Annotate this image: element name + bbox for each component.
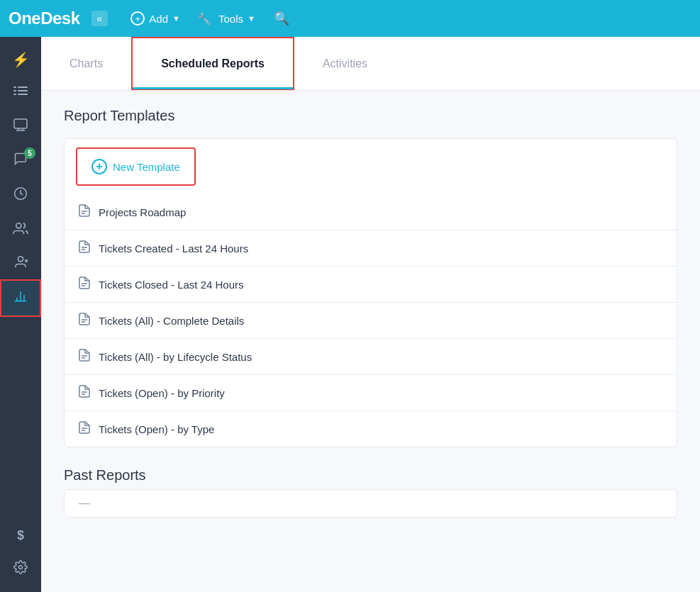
sidebar-item-settings[interactable] — [0, 552, 41, 586]
users-cog-icon — [13, 221, 28, 238]
svg-rect-1 — [18, 86, 28, 88]
new-template-label: New Template — [113, 161, 180, 173]
user-group-icon — [13, 255, 28, 271]
sidebar-item-users[interactable] — [0, 246, 41, 279]
new-template-button[interactable]: + New Template — [76, 147, 196, 186]
tools-wrench-icon: 🔧 — [197, 12, 211, 26]
sidebar-item-quick-actions[interactable]: ⚡ — [0, 43, 41, 77]
dollar-icon: $ — [17, 528, 24, 543]
document-icon — [79, 204, 90, 220]
clock-icon — [13, 186, 28, 204]
sidebar-item-finance[interactable]: $ — [0, 520, 41, 552]
add-label: Add — [149, 13, 168, 25]
svg-rect-5 — [18, 94, 28, 95]
top-navbar: OneDesk « + Add ▼ 🔧 Tools ▼ 🔍 — [0, 0, 700, 37]
sidebar-item-tasks-list[interactable] — [0, 77, 41, 110]
sidebar-item-dashboard[interactable] — [0, 110, 41, 143]
sidebar-item-messages[interactable]: 5 — [0, 143, 41, 178]
document-icon — [79, 313, 90, 328]
document-icon — [79, 349, 90, 364]
past-reports-title: Past Reports — [64, 467, 677, 484]
template-item-name: Tickets Created - Last 24 Hours — [99, 242, 248, 255]
tab-scheduled-reports-label: Scheduled Reports — [161, 57, 265, 70]
template-item-name: Projects Roadmap — [99, 206, 186, 218]
collapse-button[interactable]: « — [91, 11, 109, 26]
template-item[interactable]: Tickets Created - Last 24 Hours — [65, 230, 677, 267]
document-icon — [79, 240, 90, 256]
template-item-name: Tickets Closed - Last 24 Hours — [99, 279, 244, 291]
main-container: ⚡ — [0, 37, 700, 592]
template-item-name: Tickets (All) - by Lifecycle Status — [99, 351, 252, 363]
template-item[interactable]: Tickets (Open) - by Priority — [65, 375, 677, 411]
document-icon — [79, 385, 90, 401]
tabs-bar: Charts Scheduled Reports Activities — [41, 37, 700, 91]
report-templates-title: Report Templates — [64, 108, 677, 124]
add-chevron-icon: ▼ — [172, 14, 180, 23]
svg-point-19 — [19, 566, 23, 569]
template-item[interactable]: Tickets (All) - by Lifecycle Status — [65, 339, 677, 375]
template-item[interactable]: Projects Roadmap — [65, 194, 677, 230]
template-list: Projects Roadmap Tickets Created - Last … — [65, 194, 677, 447]
bar-chart-icon — [13, 289, 28, 307]
tab-activities[interactable]: Activities — [294, 37, 396, 90]
main-content: Report Templates + New Template Projects… — [41, 91, 700, 592]
content-area: Charts Scheduled Reports Activities Repo… — [41, 37, 700, 592]
tools-chevron-icon: ▼ — [248, 14, 255, 23]
search-icon[interactable]: 🔍 — [270, 6, 294, 30]
svg-rect-6 — [14, 119, 27, 128]
template-item-name: Tickets (Open) - by Type — [99, 423, 214, 435]
lightning-icon: ⚡ — [12, 51, 30, 68]
monitor-icon — [13, 118, 28, 135]
template-item-name: Tickets (All) - Complete Details — [99, 315, 244, 327]
svg-rect-0 — [13, 86, 16, 88]
sidebar: ⚡ — [0, 37, 41, 592]
template-item[interactable]: Tickets (Open) - by Type — [65, 411, 677, 447]
svg-rect-4 — [13, 94, 16, 95]
document-icon — [79, 421, 90, 437]
tab-charts[interactable]: Charts — [41, 37, 131, 90]
list-icon — [13, 85, 28, 101]
new-template-plus-icon: + — [91, 159, 107, 174]
svg-point-12 — [18, 257, 23, 262]
sidebar-item-customers[interactable] — [0, 213, 41, 246]
document-icon — [79, 277, 90, 292]
template-item[interactable]: Tickets (All) - Complete Details — [65, 303, 677, 339]
past-reports-empty: — — [64, 489, 677, 518]
tools-label: Tools — [218, 13, 243, 25]
svg-point-11 — [16, 223, 21, 228]
add-icon: + — [130, 11, 145, 26]
template-item[interactable]: Tickets Closed - Last 24 Hours — [65, 267, 677, 303]
tab-charts-label: Charts — [70, 57, 103, 70]
sidebar-item-timesheets[interactable] — [0, 178, 41, 213]
report-templates-card: + New Template Projects Roadmap Tickets … — [64, 138, 677, 447]
svg-rect-3 — [18, 90, 28, 91]
tab-activities-label: Activities — [323, 57, 367, 70]
messages-badge: 5 — [24, 147, 35, 159]
sidebar-item-reports[interactable] — [0, 279, 41, 317]
svg-rect-2 — [13, 90, 16, 91]
add-button[interactable]: + Add ▼ — [122, 7, 189, 30]
tab-scheduled-reports[interactable]: Scheduled Reports — [131, 37, 294, 90]
gear-icon — [13, 560, 28, 578]
template-item-name: Tickets (Open) - by Priority — [99, 387, 225, 399]
app-logo: OneDesk — [9, 9, 80, 28]
tools-button[interactable]: 🔧 Tools ▼ — [189, 8, 264, 30]
